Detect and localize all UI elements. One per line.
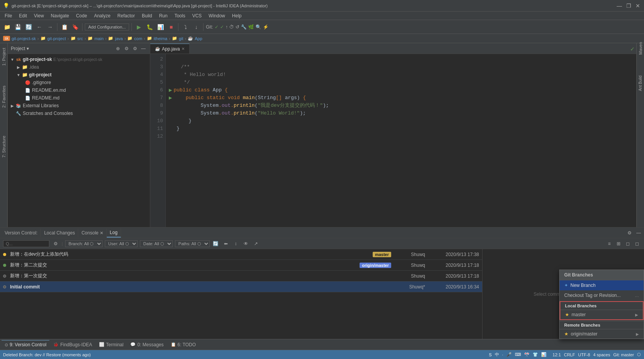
maximize-button[interactable]: ❐: [626, 3, 632, 9]
toolbar-edit-icon[interactable]: 📋: [60, 22, 69, 32]
breadcrumb-gitprojectsk[interactable]: git-project-sk: [12, 36, 36, 41]
run-arrow-6[interactable]: ▶: [169, 86, 172, 94]
branch-select[interactable]: Branch: All ⬡: [65, 240, 103, 247]
breadcrumb-src[interactable]: src: [77, 36, 83, 41]
git-wrench-icon[interactable]: 🔧: [241, 24, 247, 30]
breadcrumb-main[interactable]: main: [94, 36, 104, 41]
git-more-icon[interactable]: ⚡: [263, 24, 269, 30]
tab-appjava[interactable]: ☕ App.java ✕: [150, 44, 190, 54]
app-tab-versioncontrol[interactable]: ⊙ 9: Version Control: [2, 340, 49, 349]
tab-close-appjava[interactable]: ✕: [182, 47, 185, 51]
close-button[interactable]: ✕: [635, 3, 641, 9]
status-git-branch-arrow[interactable]: ⬡: [637, 352, 641, 357]
tree-scratches[interactable]: 🔧 Scratches and Consoles: [8, 110, 150, 117]
maven-tab[interactable]: Maven: [637, 45, 644, 52]
menu-window[interactable]: Window: [205, 12, 228, 19]
breadcrumb-git[interactable]: git: [179, 36, 183, 41]
toolbar-debug-button[interactable]: 🐛: [145, 22, 154, 32]
console-close-btn[interactable]: ✕: [100, 231, 103, 235]
toggle-branch-btn[interactable]: ◻: [624, 240, 632, 248]
tree-idea[interactable]: ▶ 📁 .idea: [8, 63, 150, 71]
toolbar-back-icon[interactable]: ←: [35, 22, 44, 32]
eye-btn[interactable]: 👁: [242, 240, 250, 248]
project-tab[interactable]: 1: Project: [1, 46, 7, 67]
tree-readme[interactable]: 📄 README.md: [8, 94, 150, 102]
breadcrumb-itheima[interactable]: itheima: [154, 36, 167, 41]
status-line-ending[interactable]: CRLF: [564, 352, 575, 357]
breadcrumb-java[interactable]: java: [115, 36, 123, 41]
git-branch-icon[interactable]: 🌿: [248, 24, 254, 30]
project-gear-btn[interactable]: ⚙: [123, 45, 130, 52]
git-revert-icon[interactable]: ↺: [235, 24, 239, 30]
tree-readme-en[interactable]: 📄 README.en.md: [8, 86, 150, 94]
menu-view[interactable]: View: [31, 12, 47, 19]
breadcrumb-app[interactable]: App: [195, 36, 202, 41]
tree-root[interactable]: ▼ sk git-project-sk E:\project-sk\git-pr…: [8, 56, 150, 63]
menu-vcs[interactable]: VCS: [189, 12, 205, 19]
structure-tab[interactable]: 7: Structure: [1, 134, 7, 159]
project-locate-btn[interactable]: ⊕: [114, 45, 121, 52]
status-symbol-icon[interactable]: ·: [502, 352, 503, 357]
toolbar-forward-icon[interactable]: →: [45, 22, 55, 32]
status-keyboard-icon[interactable]: ⌨: [515, 352, 521, 357]
breadcrumb-gitproject[interactable]: git-project: [47, 36, 66, 41]
toggle-graph-btn[interactable]: ⊞: [615, 240, 622, 248]
breadcrumb-com[interactable]: com: [134, 36, 142, 41]
user-select[interactable]: User: All ⬡: [105, 240, 138, 247]
commit-row-4[interactable]: Initial commit Shuwq* 2020/9/13 16:34: [0, 281, 482, 292]
status-monitor-icon[interactable]: 📊: [541, 352, 546, 357]
tree-gitignore[interactable]: 🔴 .gitignore: [8, 79, 150, 86]
status-indent[interactable]: 4 spaces: [593, 352, 610, 357]
tab-log[interactable]: Log: [107, 228, 121, 238]
project-settings-btn[interactable]: ⚙: [131, 45, 138, 52]
git-search-icon[interactable]: 🔍: [256, 24, 261, 30]
date-select[interactable]: Date: All ⬡: [140, 240, 173, 247]
menu-edit[interactable]: Edit: [16, 12, 30, 19]
toolbar-run-button[interactable]: ▶: [134, 22, 143, 32]
menu-navigate[interactable]: Navigate: [48, 12, 72, 19]
toolbar-sync-icon[interactable]: 🔄: [24, 22, 33, 32]
status-sougou-icon[interactable]: S: [489, 352, 491, 357]
toolbar-project-icon[interactable]: 📁: [2, 22, 12, 32]
popup-new-branch[interactable]: ✦ New Branch: [560, 280, 644, 290]
toolbar-add-config-button[interactable]: Add Configuration...: [85, 24, 129, 30]
menu-build[interactable]: Build: [139, 12, 155, 19]
tree-gitproject[interactable]: ▼ 📁 git-project: [8, 71, 150, 79]
status-position[interactable]: 12:1: [553, 352, 561, 357]
app-tab-findbugs[interactable]: 🐞 FindBugs-IDEA: [50, 340, 95, 349]
git-push-icon[interactable]: ↑: [225, 24, 228, 30]
commit-search-input[interactable]: [3, 240, 49, 247]
toolbar-coverage-button[interactable]: 📊: [156, 22, 165, 32]
export-btn[interactable]: ↗: [252, 240, 260, 248]
git-pull-icon[interactable]: ⏱: [229, 24, 234, 30]
commit-row-2[interactable]: 新增：第二次提交 origin/master Shuwq 2020/9/13 1…: [0, 260, 482, 271]
toolbar-save-icon[interactable]: 💾: [13, 22, 22, 32]
minimize-button[interactable]: —: [616, 3, 622, 9]
sort-btn[interactable]: ↕: [232, 240, 240, 248]
toolbar-step-over-icon[interactable]: ⤵: [181, 22, 190, 32]
menu-refactor[interactable]: Refactor: [114, 12, 138, 19]
ant-build-tab[interactable]: Ant Build: [638, 76, 642, 91]
tab-local-changes[interactable]: Local Changes: [41, 229, 78, 237]
code-content[interactable]: /** * Hello world! */ ▶ public class App…: [166, 54, 636, 227]
menu-code[interactable]: Code: [73, 12, 90, 19]
tab-version-control[interactable]: Version Control:: [2, 229, 41, 237]
status-git-branch[interactable]: Git: master: [613, 352, 634, 357]
menu-file[interactable]: File: [2, 12, 15, 19]
tab-console[interactable]: Console ✕: [78, 229, 106, 237]
toolbar-bookmark-icon[interactable]: 🔖: [71, 22, 80, 32]
app-tab-todo[interactable]: 📋 6: TODO: [168, 340, 199, 349]
app-tab-terminal[interactable]: ⬜ Terminal: [96, 340, 126, 349]
menu-analyze[interactable]: Analyze: [91, 12, 114, 19]
toolbar-step-into-icon[interactable]: ↓: [192, 22, 201, 32]
code-editor[interactable]: 2 3 4 5 6 7 8 9 10 11 12 /** * Hello wor…: [150, 54, 636, 227]
menu-tools[interactable]: Tools: [172, 12, 188, 19]
status-shirt-icon[interactable]: 👕: [533, 352, 538, 357]
toggle-more-btn[interactable]: ◻: [633, 240, 641, 248]
collapse-btn[interactable]: ⬅: [222, 240, 230, 248]
tree-extlibs[interactable]: ▶ 📚 External Libraries: [8, 102, 150, 110]
popup-origin-master-branch[interactable]: ★ origin/master ▶: [560, 329, 644, 339]
project-minimize-btn[interactable]: —: [140, 45, 147, 52]
bottom-settings-btn[interactable]: ⚙: [626, 229, 633, 237]
popup-master-branch[interactable]: ★ master ▶: [560, 310, 643, 319]
